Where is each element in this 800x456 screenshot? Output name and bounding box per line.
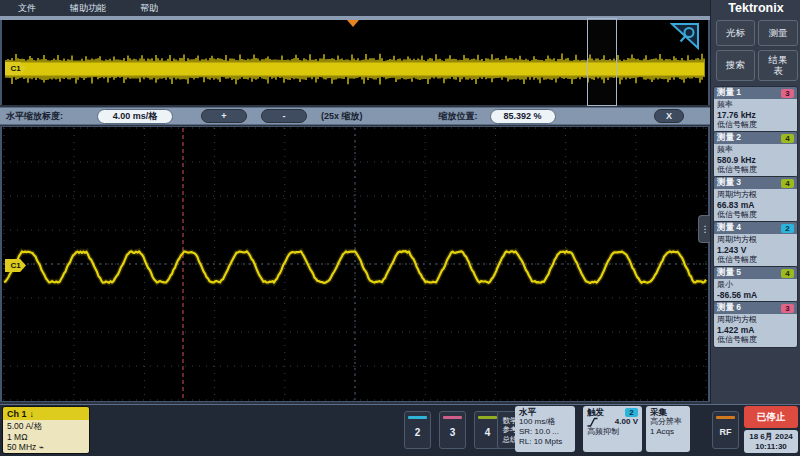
sample-rate: SR: 10.0 ...	[519, 427, 571, 437]
measurement-card-5[interactable]: 测量 54 最小-86.56 mA	[713, 266, 798, 303]
zoom-window-box[interactable]	[587, 18, 617, 106]
zoom-scale-label: 水平缩放标度:	[6, 110, 63, 123]
measurement-value: -86.56 mA	[717, 290, 794, 300]
channel3-number: 3	[450, 427, 456, 438]
measurement-card-3[interactable]: 测量 34 周期均方根66.83 mA低信号幅度	[713, 176, 798, 223]
measurement-card-6[interactable]: 测量 63 周期均方根1.422 mA低信号幅度	[713, 301, 798, 348]
record-length: RL: 10 Mpts	[519, 437, 571, 447]
cursors-button[interactable]: 光标	[716, 20, 755, 46]
source-badge: 4	[781, 134, 794, 143]
measurement-card-1[interactable]: 测量 13 频率17.76 kHz低信号幅度	[713, 86, 798, 133]
measurement-title: 测量 4	[717, 222, 741, 234]
trigger-source-badge: 2	[625, 408, 638, 417]
acquisition-settings-panel[interactable]: 采集 高分辨率 1 Acqs	[646, 406, 690, 452]
rf-color-stripe	[716, 416, 735, 419]
trigger-position-marker[interactable]	[347, 20, 359, 27]
measurement-type: 频率	[717, 145, 794, 155]
acquisition-count: 1 Acqs	[650, 427, 686, 437]
trigger-level: 4.00 V	[615, 417, 638, 427]
measurement-title: 测量 6	[717, 302, 741, 314]
zoom-close-button[interactable]: X	[654, 109, 684, 123]
measurement-value: 66.83 mA	[717, 200, 794, 210]
channel4-number: 4	[485, 427, 491, 438]
measurement-warning: 低信号幅度	[717, 335, 794, 345]
source-badge: 3	[781, 304, 794, 313]
measurement-title: 测量 3	[717, 177, 741, 189]
measurement-type: 周期均方根	[717, 235, 794, 245]
time-text: 10:11:30	[755, 442, 787, 451]
channel1-card[interactable]: Ch 1↓ 5.00 A/格 1 MΩ 50 MHz ⌁	[2, 406, 90, 454]
trigger-title: 触发	[587, 407, 604, 417]
menu-help[interactable]: 帮助	[140, 2, 158, 15]
measurement-card-2[interactable]: 测量 24 频率580.9 kHz低信号幅度	[713, 131, 798, 178]
run-stop-status-button[interactable]: 已停止	[744, 406, 798, 428]
channel2-number: 2	[415, 427, 421, 438]
measurement-warning: 低信号幅度	[717, 120, 794, 130]
rf-label: RF	[720, 427, 732, 437]
rising-edge-icon	[587, 417, 598, 427]
date-time-display: 18 6月 2024 10:11:30	[744, 430, 798, 453]
zoom-scale-value[interactable]: 4.00 ms/格	[97, 109, 173, 124]
horizontal-settings-panel[interactable]: 水平 100 ms/格 SR: 10.0 ... RL: 10 Mpts	[515, 406, 575, 452]
measurement-value: 17.76 kHz	[717, 110, 794, 120]
rf-button[interactable]: RF	[712, 411, 739, 449]
measurement-warning: 低信号幅度	[717, 255, 794, 265]
menu-bar: 文件 辅助功能 帮助	[0, 0, 710, 16]
source-badge: 2	[781, 224, 794, 233]
results-table-button[interactable]: 结果 表	[758, 50, 798, 81]
zoom-in-button[interactable]: +	[201, 109, 247, 123]
trigger-coupling: 高频抑制	[587, 427, 638, 437]
zoomed-waveform-plot	[0, 126, 710, 402]
channel3-color-stripe	[443, 416, 462, 419]
measurement-title: 测量 5	[717, 267, 741, 279]
oscilloscope-screen: 文件 辅助功能 帮助 C1 水平缩放标度: 4.00 ms/格 + - (25x…	[0, 0, 800, 456]
menu-utility[interactable]: 辅助功能	[70, 2, 106, 15]
trigger-settings-panel[interactable]: 触发 2 4.00 V 高频抑制	[583, 406, 642, 452]
zoom-ratio-label: (25x 缩放)	[321, 110, 363, 123]
measurement-warning: 低信号幅度	[717, 210, 794, 220]
zoom-out-button[interactable]: -	[261, 109, 307, 123]
zoom-position-value[interactable]: 85.392 %	[490, 109, 556, 124]
measurement-warning: 低信号幅度	[717, 165, 794, 175]
source-badge: 4	[781, 269, 794, 278]
measurement-type: 频率	[717, 100, 794, 110]
channel1-impedance: 1 MΩ	[7, 432, 85, 443]
graticule-and-waveform	[2, 127, 708, 401]
menu-file[interactable]: 文件	[18, 2, 36, 15]
measurement-title: 测量 1	[717, 87, 741, 99]
channel4-color-stripe	[478, 416, 497, 419]
measurement-type: 最小	[717, 280, 794, 290]
measurement-card-4[interactable]: 测量 42 周期均方根1.243 V低信号幅度	[713, 221, 798, 268]
channel1-bandwidth: 50 MHz ⌁	[7, 442, 85, 453]
source-badge: 4	[781, 179, 794, 188]
acquisition-mode: 高分辨率	[650, 417, 686, 427]
measurement-value: 1.243 V	[717, 245, 794, 255]
horizontal-scale: 100 ms/格	[519, 417, 571, 427]
channel-menu-arrow-icon: ↓	[30, 409, 35, 419]
horizontal-title: 水平	[519, 407, 571, 417]
measurement-type: 周期均方根	[717, 315, 794, 325]
measurement-value: 1.422 mA	[717, 325, 794, 335]
channel2-button[interactable]: 2	[404, 411, 431, 449]
zoom-magnifier-icon[interactable]	[670, 22, 700, 54]
channel1-label: Ch 1	[7, 409, 27, 419]
search-button[interactable]: 搜索	[716, 50, 755, 81]
zoom-position-label: 缩放位置:	[439, 110, 478, 123]
measurement-value: 580.9 kHz	[717, 155, 794, 165]
channel1-scale: 5.00 A/格	[7, 421, 85, 432]
source-badge: 3	[781, 89, 794, 98]
horizontal-zoom-toolbar: 水平缩放标度: 4.00 ms/格 + - (25x 缩放) 缩放位置: 85.…	[0, 107, 710, 125]
date-text: 18 6月 2024	[749, 432, 793, 441]
measurement-type: 周期均方根	[717, 190, 794, 200]
measure-button[interactable]: 测量	[758, 20, 798, 46]
tektronix-logo: Tektronix	[714, 1, 798, 16]
channel3-button[interactable]: 3	[439, 411, 466, 449]
acquisition-title: 采集	[650, 407, 686, 417]
channel2-color-stripe	[408, 416, 427, 419]
measurement-title: 测量 2	[717, 132, 741, 144]
